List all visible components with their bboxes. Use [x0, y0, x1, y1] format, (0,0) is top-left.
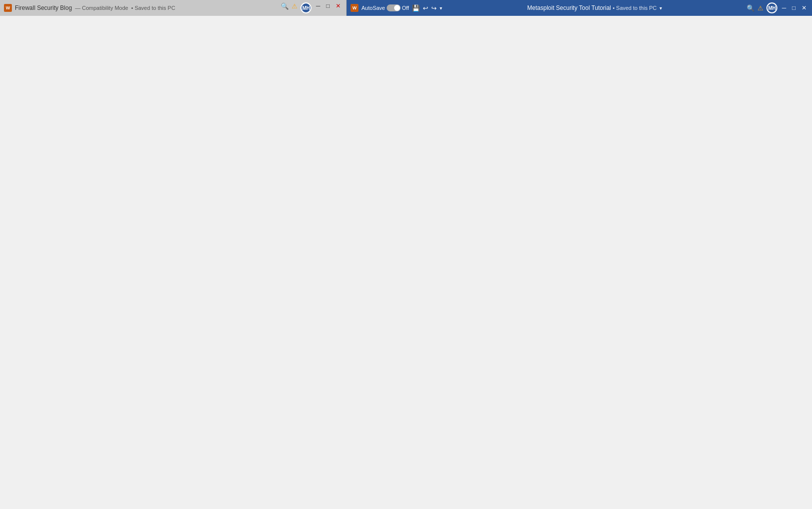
- autosave-state: Off: [402, 5, 409, 11]
- autosave-thumb: [394, 5, 400, 11]
- maximize-btn-right[interactable]: □: [791, 4, 797, 11]
- autosave-track[interactable]: [387, 4, 401, 11]
- undo-btn-right[interactable]: ↩: [423, 4, 428, 12]
- avatar-left[interactable]: MH: [301, 2, 311, 13]
- autosave-label: AutoSave: [361, 5, 385, 11]
- close-btn-left[interactable]: ✕: [334, 2, 342, 13]
- warning-icon-right: ⚠: [758, 4, 763, 12]
- word-icon-right: W: [351, 4, 358, 12]
- save-icon-right[interactable]: 💾: [412, 4, 420, 12]
- word-icon-left: W: [4, 4, 12, 12]
- minimize-btn-right[interactable]: ─: [780, 4, 788, 11]
- right-window-title-center: Metasploit Security Tool Tutorial • Save…: [442, 4, 747, 11]
- right-title-bar: W AutoSave Off 💾 ↩ ↪ ▾ Metasploit Securi…: [347, 0, 812, 16]
- left-title-bar: W Firewall Security Blog — Compatibility…: [0, 0, 347, 16]
- right-doc-title-text: Metasploit Security Tool Tutorial: [527, 4, 611, 11]
- search-icon-right[interactable]: 🔍: [747, 4, 755, 12]
- right-save-status: • Saved to this PC: [612, 5, 657, 11]
- redo-btn-right[interactable]: ↪: [431, 4, 437, 12]
- left-save-status: • Saved to this PC: [131, 5, 175, 11]
- left-doc-title: Firewall Security Blog: [15, 4, 72, 11]
- avatar-right[interactable]: MH: [766, 2, 777, 13]
- close-btn-right[interactable]: ✕: [800, 4, 808, 11]
- app-container: W Firewall Security Blog — Compatibility…: [0, 0, 812, 509]
- autosave-toggle[interactable]: AutoSave Off: [361, 4, 409, 11]
- minimize-btn-left[interactable]: ─: [314, 2, 322, 13]
- right-title-expand[interactable]: ▾: [660, 5, 662, 11]
- left-compat-mode: — Compatibility Mode: [75, 5, 128, 11]
- dual-title-bar: W Firewall Security Blog — Compatibility…: [0, 0, 812, 16]
- search-icon-left[interactable]: 🔍: [281, 2, 289, 13]
- warning-icon-left: ⚠: [292, 2, 298, 13]
- maximize-btn-left[interactable]: □: [325, 2, 331, 13]
- right-title-controls[interactable]: 🔍 ⚠ MH ─ □ ✕: [747, 2, 808, 13]
- left-title-controls[interactable]: 🔍 ⚠ MH ─ □ ✕: [281, 2, 342, 13]
